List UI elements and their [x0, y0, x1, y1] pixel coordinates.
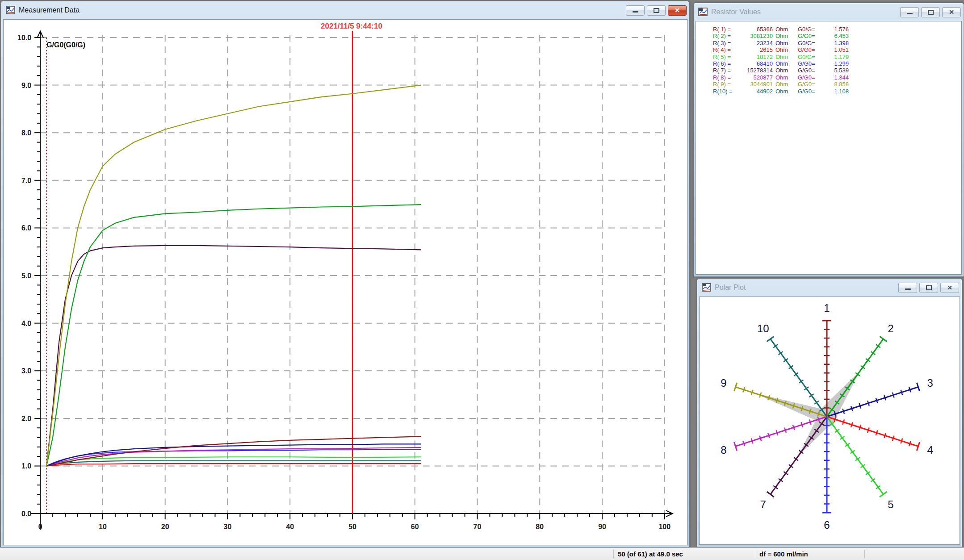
- status-bar: 50 (of 61) at 49.0 sec df = 600 ml/min: [0, 547, 964, 560]
- polar-axis-5: [827, 417, 887, 497]
- resistor-values-list: R( 1) =65366OhmG0/G=1.576R( 2) =3081230O…: [696, 21, 961, 95]
- timestamp-label: 2021/11/5 9:44:10: [321, 22, 382, 30]
- resistor-rratio: G0/G=: [793, 54, 823, 60]
- resistor-runit: Ohm: [773, 40, 793, 46]
- svg-text:0: 0: [38, 523, 42, 531]
- minimize-button[interactable]: [900, 7, 919, 17]
- svg-text:70: 70: [474, 523, 482, 531]
- resistor-runit: Ohm: [773, 74, 793, 81]
- svg-text:10.0: 10.0: [17, 34, 31, 42]
- restore-button[interactable]: [919, 283, 938, 293]
- window-polar-plot: Polar Plot ✕ 12345678910: [697, 278, 962, 547]
- plot-app-icon: [698, 8, 708, 17]
- resistor-row: R( 1) =65366OhmG0/G=1.576: [713, 26, 961, 33]
- svg-text:20: 20: [161, 523, 169, 531]
- svg-text:1.0: 1.0: [21, 462, 31, 470]
- resistor-row: R( 4) =2615OhmG/G0=1.051: [713, 46, 961, 53]
- restore-button[interactable]: [647, 5, 666, 16]
- polar-axis-label-8: 8: [721, 444, 726, 456]
- svg-text:60: 60: [411, 523, 419, 531]
- resistor-rrval: 1.179: [823, 54, 849, 60]
- close-button[interactable]: ✕: [942, 7, 961, 17]
- resistor-values-panel: R( 1) =65366OhmG0/G=1.576R( 2) =3081230O…: [696, 21, 962, 275]
- resistor-rratio: G/G0=: [793, 33, 823, 39]
- resistor-row: R( 8) =520877OhmG/G0=1.344: [713, 74, 961, 81]
- resistor-rrval: 1.108: [823, 88, 849, 95]
- window-controls: ✕: [898, 283, 959, 293]
- resistor-rratio: G0/G=: [793, 40, 823, 46]
- window-measurement-data: Measurement Data ✕ 010203040506070809010…: [1, 1, 690, 547]
- titlebar-polar-plot[interactable]: Polar Plot ✕: [697, 279, 962, 297]
- resistor-row: R( 5) =18172OhmG0/G=1.179: [713, 54, 961, 60]
- resistor-runit: Ohm: [773, 54, 793, 60]
- chart-axes: [30, 31, 673, 530]
- resistor-rrval: 1.398: [823, 40, 849, 46]
- resistor-rlabel: R( 9) =: [713, 81, 737, 88]
- titlebar-measurement-data[interactable]: Measurement Data ✕: [1, 1, 689, 19]
- window-title: Resistor Values: [711, 8, 900, 16]
- resistor-rlabel: R( 8) =: [713, 74, 737, 81]
- resistor-row: R( 3) =23234OhmG0/G=1.398: [713, 40, 961, 46]
- svg-text:80: 80: [536, 523, 544, 531]
- polar-axis-label-2: 2: [888, 322, 893, 334]
- minimize-button[interactable]: [626, 5, 645, 16]
- resistor-rvalue: 68410: [737, 60, 773, 67]
- close-button[interactable]: ✕: [668, 5, 687, 16]
- minimize-button[interactable]: [898, 283, 917, 293]
- svg-text:0.0: 0.0: [21, 510, 31, 518]
- resistor-rratio: G/G0=: [793, 46, 823, 53]
- resistor-rrval: 5.539: [823, 67, 849, 74]
- resistor-rvalue: 18172: [737, 54, 773, 60]
- plot-app-icon: [6, 6, 16, 15]
- measurement-chart-area[interactable]: 01020304050607080901000.01.02.03.04.05.0…: [3, 19, 687, 545]
- svg-text:30: 30: [224, 523, 232, 531]
- resistor-rlabel: R( 1) =: [713, 26, 737, 33]
- resistor-row: R( 2) =3081230OhmG/G0=6.453: [713, 33, 961, 39]
- svg-text:4.0: 4.0: [21, 320, 31, 327]
- svg-text:3.0: 3.0: [21, 367, 31, 375]
- polar-axis-label-9: 9: [721, 377, 726, 389]
- resistor-rratio: G/G0=: [793, 74, 823, 81]
- resistor-row: R( 9) =3044901OhmG/G0=8.858: [713, 81, 961, 88]
- close-button[interactable]: ✕: [940, 283, 959, 293]
- polar-axis-label-7: 7: [760, 498, 766, 510]
- resistor-rrval: 1.576: [823, 26, 849, 33]
- status-separator: [755, 550, 755, 558]
- plot-app-icon: [702, 283, 712, 292]
- resistor-rlabel: R( 7) =: [713, 67, 737, 74]
- window-title: Measurement Data: [19, 6, 626, 14]
- status-separator: [864, 550, 865, 558]
- resistor-rlabel: R(10) =: [713, 88, 737, 95]
- svg-text:9.0: 9.0: [21, 82, 31, 89]
- resistor-runit: Ohm: [773, 67, 793, 74]
- window-resistor-values: Resistor Values ✕ R( 1) =65366OhmG0/G=1.…: [693, 3, 964, 277]
- svg-text:50: 50: [348, 523, 356, 531]
- resistor-rvalue: 44902: [737, 88, 773, 95]
- status-progress: 50 (of 61) at 49.0 sec: [618, 550, 683, 558]
- svg-text:100: 100: [658, 523, 671, 531]
- svg-text:7.0: 7.0: [21, 177, 31, 184]
- window-title: Polar Plot: [715, 284, 898, 292]
- titlebar-resistor-values[interactable]: Resistor Values ✕: [694, 3, 964, 21]
- resistor-rvalue: 23234: [737, 40, 773, 46]
- svg-text:6.0: 6.0: [21, 224, 31, 232]
- resistor-rrval: 8.858: [823, 81, 849, 88]
- polar-axis-6: [822, 417, 831, 513]
- resistor-rrval: 1.051: [823, 46, 849, 53]
- svg-text:10: 10: [99, 523, 107, 531]
- resistor-rvalue: 15278314: [737, 67, 773, 74]
- resistor-rrval: 6.453: [823, 33, 849, 39]
- restore-button[interactable]: [921, 7, 940, 17]
- polar-axis-label-3: 3: [927, 377, 933, 389]
- resistor-runit: Ohm: [773, 60, 793, 67]
- polar-axis-label-10: 10: [757, 322, 769, 334]
- resistor-rratio: G/G0=: [793, 60, 823, 67]
- resistor-row: R( 7) =15278314OhmG/G0=5.539: [713, 67, 961, 74]
- status-flow-rate: df = 600 ml/min: [759, 550, 808, 558]
- y-axis-title: G/G0(G0/G): [46, 41, 85, 49]
- resistor-rvalue: 2615: [737, 46, 773, 53]
- polar-axis-label-6: 6: [824, 519, 830, 531]
- resistor-rlabel: R( 2) =: [713, 33, 737, 39]
- polar-axis-label-5: 5: [888, 498, 893, 510]
- window-controls: ✕: [900, 7, 961, 17]
